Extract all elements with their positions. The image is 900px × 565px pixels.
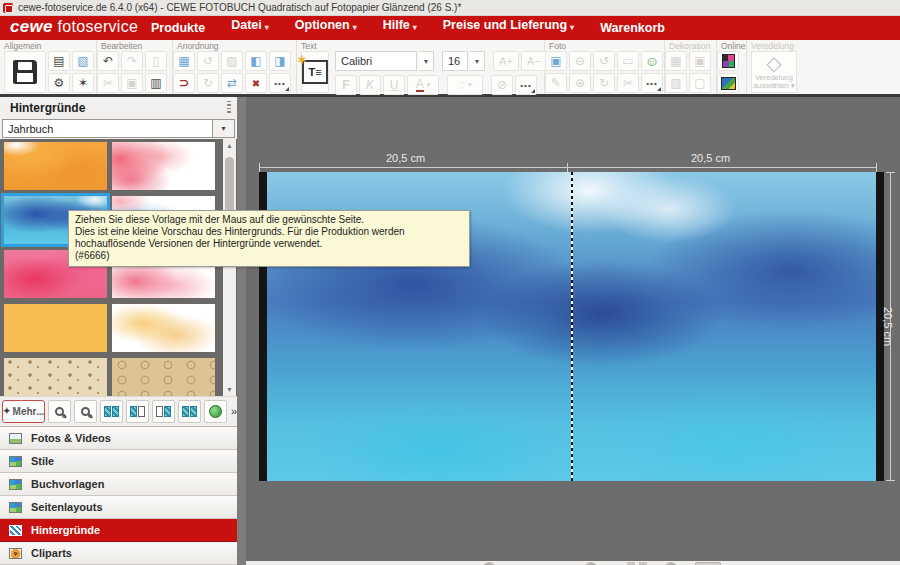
font-family-select[interactable]: Calibri: [335, 51, 417, 71]
align-grid-button[interactable]: ▦: [173, 51, 195, 71]
send-to-back-button[interactable]: ◨: [269, 51, 291, 71]
flip-button[interactable]: ⇄: [221, 73, 243, 93]
image-icon: ▦: [670, 54, 681, 68]
font-size-select[interactable]: 16: [442, 51, 468, 71]
photo-crop-button[interactable]: ✂: [617, 73, 639, 93]
photo-rotate-cw-button[interactable]: ↻: [593, 73, 615, 93]
apply-all-pages-button[interactable]: [178, 400, 201, 423]
settings-button[interactable]: ⚙: [48, 73, 70, 93]
add-photo-button[interactable]: ▣: [545, 51, 567, 71]
sidebar-item-cliparts[interactable]: Cliparts: [0, 542, 237, 565]
page-spine-divider: [571, 172, 573, 481]
menu-produkte[interactable]: Produkte: [138, 16, 218, 40]
chevron-down-icon: ▾: [353, 13, 357, 43]
edit-photo-button[interactable]: ✎: [545, 73, 567, 93]
font-smaller-button[interactable]: A−: [521, 51, 547, 71]
menu-warenkorb[interactable]: Warenkorb: [587, 16, 678, 40]
thumbnail-orange-watercolor[interactable]: [4, 142, 107, 190]
magnifier-minus-icon: [55, 407, 64, 416]
scroll-up-arrow[interactable]: ▲: [223, 139, 236, 152]
thumbnail-yellow-fade[interactable]: [112, 304, 215, 352]
redo-button[interactable]: ↷: [121, 51, 143, 71]
underline-button[interactable]: U: [383, 75, 405, 95]
panel-grip-handle[interactable]: [227, 101, 231, 115]
panel-splitter[interactable]: [237, 97, 246, 565]
grid-icon: ▦: [178, 54, 189, 68]
thumbnail-red-white-fade[interactable]: [112, 142, 215, 190]
deco-copy-button[interactable]: ▣: [689, 51, 711, 71]
apply-left-page-button[interactable]: [126, 400, 149, 423]
menu-preise-und-lieferung[interactable]: Preise und Lieferung▾: [430, 13, 587, 43]
zoom-thumbnails-in-button[interactable]: [74, 400, 97, 423]
window-title: cewe-fotoservice.de 6.4.0 (x64) - CEWE F…: [18, 2, 461, 13]
photo-rotate-ccw-button[interactable]: ↺: [593, 51, 615, 71]
thumbnail-yellow-orange-watercolor[interactable]: [4, 304, 107, 352]
smiley-icon: ☺: [645, 53, 659, 69]
bring-forward-button[interactable]: ▨: [221, 51, 243, 71]
sidebar-item-fotos-videos[interactable]: Fotos & Videos: [0, 427, 237, 450]
online-backgrounds-button[interactable]: [204, 400, 227, 423]
veredelung-button[interactable]: ◇ Veredelung auswählen ▾: [751, 51, 797, 93]
font-size-caret[interactable]: ▾: [470, 51, 485, 71]
apply-right-page-button[interactable]: [152, 400, 175, 423]
no-style-button[interactable]: ⊘: [491, 75, 513, 95]
category-value[interactable]: Jahrbuch: [2, 119, 213, 138]
deco-image-button[interactable]: ▦: [665, 51, 687, 71]
italic-button[interactable]: K: [359, 75, 381, 95]
text-more-button[interactable]: •••: [515, 75, 537, 95]
frame-icon: ▢: [694, 76, 705, 90]
toolbar-section-foto: Foto ▣ ⊖ ↺ ▭ ☺ ✎ ⊕ ↻ ✂ •••: [545, 40, 665, 94]
sidebar-item-stile[interactable]: Stile: [0, 450, 237, 473]
deco-image2-button[interactable]: ▨: [665, 73, 687, 93]
font-family-caret[interactable]: ▾: [419, 51, 434, 71]
apply-both-pages-button[interactable]: [100, 400, 123, 423]
scroll-down-arrow[interactable]: ▼: [223, 383, 236, 396]
delete-button[interactable]: ▯: [145, 51, 167, 71]
background-tooltip: Ziehen Sie diese Vorlage mit der Maus au…: [68, 210, 470, 267]
sidebar-item-buchvorlagen[interactable]: Buchvorlagen: [0, 473, 237, 496]
magnifier-plus-icon: [81, 407, 90, 416]
sidebar-item-seitenlayouts[interactable]: Seitenlayouts: [0, 496, 237, 519]
fill-color-button[interactable]: ◌▾: [447, 75, 483, 95]
anordnung-more-button[interactable]: •••: [269, 73, 291, 93]
online-map-button[interactable]: [717, 73, 739, 93]
foto-more-button[interactable]: •••: [641, 73, 663, 93]
open-folder-icon: ▧: [77, 54, 88, 68]
assistant-button[interactable]: ✶: [72, 73, 94, 93]
save-button[interactable]: [4, 51, 46, 93]
zoom-thumbnails-out-button[interactable]: [48, 400, 71, 423]
photo-zoom-out-button[interactable]: ⊖: [569, 51, 591, 71]
rotate-cw-button[interactable]: ↻: [197, 73, 219, 93]
save-as-button[interactable]: ▤: [48, 51, 70, 71]
add-text-button[interactable]: T≡: [301, 51, 329, 93]
cut-button[interactable]: ✂: [97, 73, 119, 93]
rotate-ccw-button[interactable]: ↺: [197, 51, 219, 71]
online-station-button[interactable]: [717, 51, 739, 71]
open-button[interactable]: ▧: [72, 51, 94, 71]
photo-zoom-in-button[interactable]: ⊕: [569, 73, 591, 93]
font-color-icon: A: [416, 79, 424, 92]
font-color-button[interactable]: A▾: [407, 75, 439, 95]
copy-button[interactable]: ▣: [121, 73, 143, 93]
panorama-button[interactable]: ▭: [617, 51, 639, 71]
menu-hilfe[interactable]: Hilfe▾: [370, 13, 430, 43]
undo-button[interactable]: ↶: [97, 51, 119, 71]
category-caret[interactable]: ▾: [213, 119, 235, 138]
thumbnail-tan-sprinkle-pattern[interactable]: [4, 358, 107, 396]
bring-to-front-button[interactable]: ◧: [245, 51, 267, 71]
sidebar-item-hintergruende[interactable]: Hintergründe: [0, 519, 237, 542]
book-templates-icon: [9, 479, 22, 490]
panel-scrollbar[interactable]: ▲ ▼: [223, 139, 236, 396]
font-larger-button[interactable]: A+: [493, 51, 519, 71]
bold-button[interactable]: F: [335, 75, 357, 95]
thumbnail-tan-ring-pattern[interactable]: [112, 358, 215, 396]
both-pages-icon: [104, 406, 119, 417]
more-backgrounds-button[interactable]: ✦ Mehr...: [2, 400, 45, 423]
deco-frame-button[interactable]: ▢: [689, 73, 711, 93]
smiley-button[interactable]: ☺: [641, 51, 663, 71]
menu-optionen[interactable]: Optionen▾: [282, 13, 370, 43]
delete-page-button[interactable]: ✖: [245, 73, 267, 93]
menu-datei[interactable]: Datei▾: [218, 13, 282, 43]
magnet-button[interactable]: ⊃: [173, 73, 195, 93]
paste-button[interactable]: ▥: [145, 73, 167, 93]
